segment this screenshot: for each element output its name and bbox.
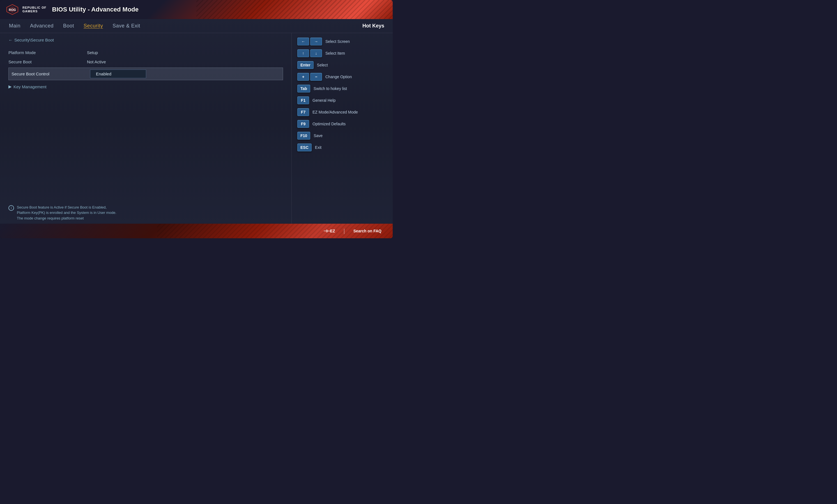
hotkey-row-change-option: + − Change Option	[297, 73, 387, 81]
hotkey-desc-esc: Exit	[315, 145, 321, 150]
hotkey-desc-select: Select	[317, 63, 328, 67]
ez-mode-footer[interactable]: ⊣⊢EZ	[323, 229, 335, 233]
hotkey-btn-down-arrow: ↓	[310, 49, 322, 57]
hotkey-desc-f7: EZ Mode/Advanced Mode	[313, 110, 358, 114]
main-content: Main Advanced Boot Security Save & Exit …	[0, 19, 393, 224]
logo-area: ROG REPUBLIC OF GAMERS	[6, 4, 47, 15]
hotkey-row-tab: Tab Switch to hokey list	[297, 85, 387, 93]
hotkey-row-select-item: ↑ ↓ Select Item	[297, 49, 387, 57]
hotkey-row-f10: F10 Save	[297, 132, 387, 139]
hotkey-btn-enter: Enter	[297, 61, 314, 69]
hotkey-buttons-select-screen: ← →	[297, 38, 322, 45]
hotkey-btn-f9: F9	[297, 120, 309, 128]
header-bar: ROG REPUBLIC OF GAMERS BIOS Utility - Ad…	[0, 0, 393, 19]
svg-text:ROG: ROG	[9, 8, 16, 12]
setting-row-secure-boot: Secure Boot Not Active	[8, 57, 283, 67]
hotkey-desc-select-item: Select Item	[325, 51, 345, 56]
nav-item-boot[interactable]: Boot	[63, 21, 75, 31]
hotkeys-panel: ← → Select Screen ↑ ↓ Select Item	[292, 33, 393, 224]
platform-mode-label: Platform Mode	[8, 50, 87, 55]
hotkey-desc-f10: Save	[314, 133, 323, 138]
hotkey-desc-change-option: Change Option	[325, 75, 352, 79]
hotkey-buttons-change-option: + −	[297, 73, 322, 81]
hotkey-desc-f1: General Help	[313, 98, 336, 102]
nav-item-advanced[interactable]: Advanced	[30, 21, 54, 31]
hotkey-btn-left-arrow: ←	[297, 38, 309, 45]
nav-item-save-exit[interactable]: Save & Exit	[112, 21, 141, 31]
footer-bar: ⊣⊢EZ | Search on FAQ	[0, 224, 393, 238]
footer-divider: |	[343, 228, 345, 234]
hotkey-buttons-enter: Enter	[297, 61, 314, 69]
hotkey-desc-select-screen: Select Screen	[325, 39, 350, 44]
hotkey-btn-tab: Tab	[297, 85, 310, 93]
secure-boot-label: Secure Boot	[8, 59, 87, 64]
secure-boot-control-label: Secure Boot Control	[12, 72, 90, 76]
hotkey-btn-esc: ESC	[297, 144, 311, 151]
hotkey-buttons-esc: ESC	[297, 144, 311, 151]
hotkey-btn-plus: +	[297, 73, 309, 81]
secure-boot-control-value[interactable]: Enabled	[90, 70, 146, 78]
key-management-arrow-icon: ▶	[8, 84, 12, 89]
hotkey-btn-f10: F10	[297, 132, 310, 139]
republic-of-gamers-text: REPUBLIC OF GAMERS	[22, 6, 47, 13]
settings-panel: ← Security\Secure Boot Platform Mode Set…	[0, 33, 292, 224]
info-text: Secure Boot feature is Active if Secure …	[17, 205, 117, 221]
hotkey-buttons-f7: F7	[297, 108, 309, 116]
hotkey-desc-tab: Switch to hokey list	[314, 86, 347, 91]
breadcrumb-path: Security\Secure Boot	[14, 38, 54, 42]
bios-title: BIOS Utility - Advanced Mode	[52, 6, 139, 13]
secure-boot-value: Not Active	[87, 59, 106, 64]
breadcrumb-arrow-icon: ←	[8, 38, 13, 42]
hotkey-btn-right-arrow: →	[310, 38, 322, 45]
setting-row-platform-mode: Platform Mode Setup	[8, 48, 283, 57]
info-box: i Secure Boot feature is Active if Secur…	[8, 205, 379, 221]
nav-bar: Main Advanced Boot Security Save & Exit …	[0, 19, 393, 33]
key-management-label: Key Management	[14, 85, 47, 89]
hotkey-row-f7: F7 EZ Mode/Advanced Mode	[297, 108, 387, 116]
setting-row-secure-boot-control[interactable]: Secure Boot Control Enabled	[8, 68, 283, 80]
breadcrumb: ← Security\Secure Boot	[8, 38, 283, 42]
hotkey-row-f1: F1 General Help	[297, 96, 387, 104]
hotkey-desc-f9: Optimized Defaults	[313, 122, 345, 126]
hotkey-buttons-f1: F1	[297, 96, 309, 104]
hotkey-btn-f1: F1	[297, 96, 309, 104]
nav-item-main[interactable]: Main	[8, 21, 21, 31]
bios-screen: ROG REPUBLIC OF GAMERS BIOS Utility - Ad…	[0, 0, 393, 238]
hotkey-buttons-f9: F9	[297, 120, 309, 128]
hotkey-row-f9: F9 Optimized Defaults	[297, 120, 387, 128]
hotkey-buttons-f10: F10	[297, 132, 310, 139]
platform-mode-value: Setup	[87, 50, 98, 55]
search-on-faq[interactable]: Search on FAQ	[353, 229, 381, 233]
hot-keys-label: Hot Keys	[362, 23, 384, 29]
key-management-item[interactable]: ▶ Key Management	[8, 81, 283, 92]
hotkey-buttons-select-item: ↑ ↓	[297, 49, 322, 57]
hotkey-buttons-tab: Tab	[297, 85, 310, 93]
hotkey-btn-f7: F7	[297, 108, 309, 116]
rog-logo-icon: ROG	[6, 4, 19, 15]
content-layout: ← Security\Secure Boot Platform Mode Set…	[0, 33, 393, 224]
hotkey-btn-minus: −	[310, 73, 322, 81]
hotkey-row-select-screen: ← → Select Screen	[297, 38, 387, 45]
nav-item-security[interactable]: Security	[83, 21, 104, 31]
hotkey-btn-up-arrow: ↑	[297, 49, 309, 57]
hotkey-row-esc: ESC Exit	[297, 144, 387, 151]
hotkey-row-enter: Enter Select	[297, 61, 387, 69]
info-icon: i	[8, 205, 14, 211]
